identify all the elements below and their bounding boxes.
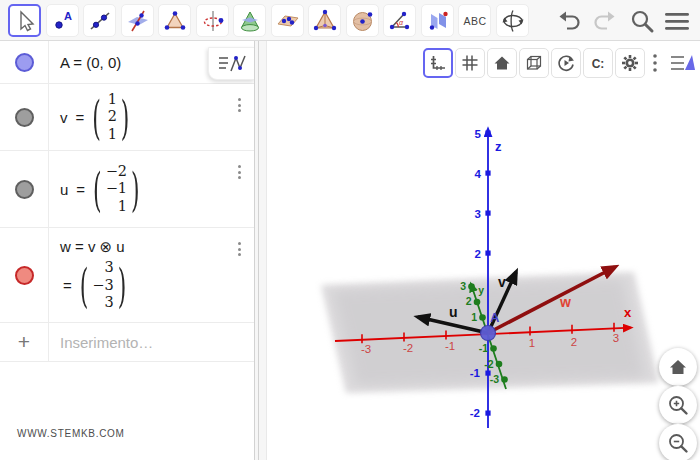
row-menu-v[interactable] [238,98,241,112]
collapse-panel-icon [669,52,697,74]
polygon-icon [162,8,188,34]
w-definition: w = v ⊗ u [60,238,125,256]
algebra-row-A[interactable]: A = (0, 0) [0,41,254,84]
zoom-out-icon [667,432,689,454]
zoom-out-fab[interactable] [659,424,697,460]
algebra-graph-toggle-icon [216,53,248,75]
svg-text:3: 3 [613,332,619,344]
move-cursor-icon [12,8,38,34]
algebra-row-w[interactable]: w = v ⊗ u = ( 3 −3 3 ) [0,228,254,323]
algebra-style-button[interactable] [208,47,255,80]
x-axis-label: x [624,305,632,320]
equals-sign: = [76,109,85,126]
rotation-tool-button[interactable] [196,4,229,37]
rotation-icon [200,8,226,34]
equals-sign: = [76,181,85,198]
move-tool-button[interactable] [8,4,41,37]
right-paren: ) [118,259,127,313]
angle-icon: α [387,8,413,34]
visibility-column [0,228,49,322]
z-axis-label: z [495,139,502,154]
visibility-toggle-u[interactable] [15,180,34,199]
svg-text:3: 3 [460,280,466,292]
redo-icon [591,9,617,33]
algebra-row-v[interactable]: v = ( 1 2 1 ) [0,84,254,151]
algebra-input-row[interactable]: + [0,323,254,362]
reflect-tool-button[interactable] [421,4,454,37]
search-button[interactable] [628,7,656,35]
algebra-input[interactable] [60,334,230,351]
undo-button[interactable] [556,7,584,35]
vector-w-label: w [559,294,571,310]
more-options-button[interactable] [647,48,663,78]
axes-icon [429,54,447,72]
algebra-panel: A = (0, 0) v = ( 1 2 1 [0,41,254,460]
vector-entry: −2 [106,163,127,181]
rotate-view-button[interactable] [551,48,581,78]
standard-view-button[interactable] [487,48,517,78]
projection-button[interactable]: C: [583,48,613,78]
watermark: WWW.STEMKB.COM [17,428,125,439]
clipping-box-button[interactable] [519,48,549,78]
graphics-view-3d: -3 -2 -1 1 2 3 x 2 3 4 5 -1 -2 z y [267,41,700,460]
visibility-toggle-w[interactable] [15,266,34,285]
row-menu-u[interactable] [238,165,241,179]
rotate-view-icon [557,54,575,72]
add-icon: + [18,330,30,354]
svg-text:-3: -3 [361,343,371,355]
panel-splitter[interactable] [254,41,267,460]
redo-button[interactable] [590,7,618,35]
svg-text:1: 1 [529,337,535,349]
definition-w: w = v ⊗ u = ( 3 −3 3 ) [49,228,254,322]
sphere-tool-button[interactable] [346,4,379,37]
line-tool-button[interactable] [83,4,116,37]
plane-through-points-tool-button[interactable] [271,4,304,37]
vector-entry: 3 [105,294,114,312]
plane-icon [275,8,301,34]
kebab-icon [652,53,658,73]
cone-tool-button[interactable] [233,4,266,37]
vector-entry: −3 [92,277,113,295]
definition-v: v = ( 1 2 1 ) [49,84,254,150]
vector-w-matrix: ( 3 −3 3 ) [80,259,127,312]
rotate-3d-view-tool-button[interactable] [496,4,529,37]
svg-text:-1: -1 [479,342,488,354]
intersect-plane-tool-button[interactable] [121,4,154,37]
var-name: u [60,181,68,198]
text-icon: ABC [460,8,490,34]
algebra-row-u[interactable]: u = ( −2 −1 1 ) [0,151,254,228]
vector-entry: 2 [108,108,117,126]
projection-icon: C: [589,54,607,72]
standard-view-fab[interactable] [659,348,697,386]
menu-button[interactable] [663,7,691,35]
home-icon [493,54,511,72]
pyramid-tool-button[interactable] [308,4,341,37]
visibility-column [0,41,49,83]
settings-button[interactable] [615,48,645,78]
right-paren: ) [131,162,140,216]
svg-text:2: 2 [475,248,481,260]
collapse-panel-button[interactable] [668,48,698,78]
zoom-in-fab[interactable] [659,386,697,424]
polygon-tool-button[interactable] [158,4,191,37]
point-tool-button[interactable]: A [46,4,79,37]
svg-text:-1: -1 [445,340,455,352]
show-axes-button[interactable] [423,48,453,78]
visibility-toggle-A[interactable] [15,53,34,72]
show-grid-button[interactable] [455,48,485,78]
text-tool-button[interactable]: ABC [458,4,491,37]
point-A-label: A [490,310,500,325]
y-axis-label: y [478,284,484,296]
svg-text:ABC: ABC [463,15,486,27]
svg-text:4: 4 [475,168,482,180]
cube-icon [525,54,543,72]
svg-text:3: 3 [475,208,481,220]
3d-scene[interactable]: -3 -2 -1 1 2 3 x 2 3 4 5 -1 -2 z y [267,41,700,460]
angle-tool-button[interactable]: α [383,4,416,37]
row-menu-w[interactable] [238,242,241,256]
visibility-toggle-v[interactable] [15,108,34,127]
left-paren: ( [93,162,102,216]
svg-text:α: α [399,19,404,26]
svg-text:-2: -2 [484,358,493,370]
definition-u: u = ( −2 −1 1 ) [49,151,254,227]
